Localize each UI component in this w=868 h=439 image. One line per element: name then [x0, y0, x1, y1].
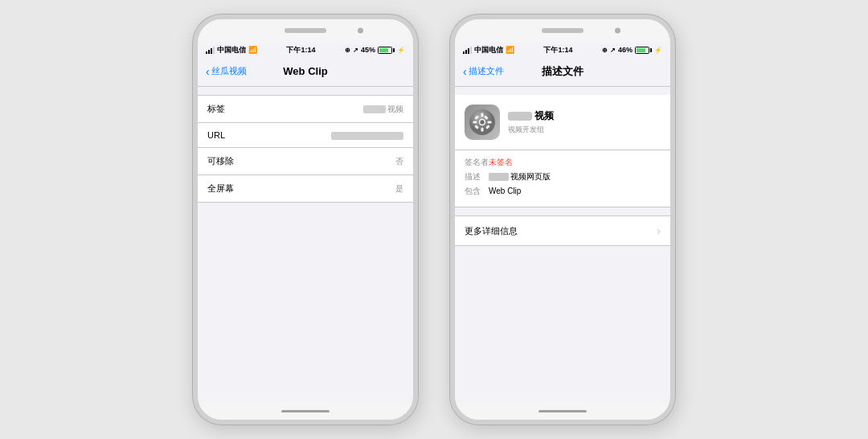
s1	[463, 51, 465, 54]
location-icon-2: ↗	[610, 47, 616, 54]
battery-tip-2	[650, 48, 652, 52]
back-button-1[interactable]: ‹ 丝瓜视频	[206, 65, 254, 77]
label-tag: 标签	[207, 103, 225, 115]
phone-1: 中国电信 📶 下午1:14 ⊕ ↗ 45% ⚡ ‹ 丝瓜视	[193, 14, 418, 425]
value-removable: 否	[395, 156, 403, 167]
more-info-label: 更多详细信息	[465, 225, 518, 237]
phone-2: 中国电信 📶 下午1:14 ⊕ ↗ 46% ⚡ ‹ 描述文	[450, 14, 675, 425]
status-bar-1: 中国电信 📶 下午1:14 ⊕ ↗ 45% ⚡	[198, 42, 413, 58]
time-1: 下午1:14	[286, 45, 315, 55]
label-fullscreen: 全屏幕	[207, 183, 234, 195]
svg-rect-3	[481, 127, 483, 131]
speaker-2	[542, 28, 583, 33]
lightning-1: ⚡	[397, 47, 405, 54]
nav-title-1: Web Clip	[254, 65, 357, 77]
value-fullscreen: 是	[395, 183, 403, 195]
detail-signer: 签名者 未签名	[465, 157, 661, 168]
settings-section-1: 标签 视频 URL 可移除 否 全屏幕 是	[198, 95, 413, 203]
speaker-1	[285, 28, 326, 33]
home-bar-1	[281, 410, 330, 412]
label-removable: 可移除	[207, 155, 234, 167]
status-bar-2: 中国电信 📶 下午1:14 ⊕ ↗ 46% ⚡	[455, 42, 670, 58]
status-left-1: 中国电信 📶	[206, 45, 257, 55]
back-chevron-2: ‹	[463, 66, 467, 77]
battery-2	[635, 47, 652, 54]
back-chevron-1: ‹	[206, 66, 210, 77]
profile-header: 视频 视频开发组	[455, 95, 670, 150]
more-info-row[interactable]: 更多详细信息 ›	[455, 215, 670, 246]
label-url: URL	[207, 130, 225, 140]
status-right-2: ⊕ ↗ 46% ⚡	[602, 46, 662, 54]
phone-top-2	[455, 19, 670, 42]
battery-1	[378, 47, 395, 54]
svg-rect-4	[473, 121, 477, 123]
blurred-tag	[363, 105, 386, 113]
signal-bar-2	[208, 50, 210, 54]
battery-fill-1	[379, 48, 388, 52]
blurred-url	[331, 132, 403, 140]
battery-percent-1: 45%	[361, 46, 375, 54]
profile-info: 视频 视频开发组	[508, 109, 661, 135]
time-2: 下午1:14	[543, 45, 572, 55]
profile-details: 签名者 未签名 描述 视频网页版 包含 Web Clip	[455, 150, 670, 207]
carrier-2: 中国电信	[474, 45, 503, 55]
back-label-1: 丝瓜视频	[211, 65, 247, 77]
signal-bar-4	[213, 47, 215, 54]
wifi-icon-1: 📶	[248, 46, 257, 54]
label-signer: 签名者	[465, 157, 489, 168]
wifi-icon-2: 📶	[506, 46, 514, 54]
carrier-1: 中国电信	[217, 45, 246, 55]
home-bar-2	[538, 410, 587, 412]
content-1: 标签 视频 URL 可移除 否 全屏幕 是	[198, 87, 413, 402]
value-signer: 未签名	[489, 157, 513, 168]
battery-tip-1	[393, 48, 395, 52]
battery-fill-2	[637, 48, 645, 52]
detail-desc: 描述 视频网页版	[465, 171, 661, 183]
chevron-right-icon: ›	[657, 224, 661, 237]
signal-bar-3	[211, 48, 212, 54]
lock-icon-1: ⊕	[345, 47, 350, 54]
gear-svg-icon	[469, 109, 495, 135]
row-label-1: 标签 视频	[198, 95, 413, 123]
phone-top-1	[198, 19, 413, 42]
location-icon-1: ↗	[353, 47, 358, 54]
back-button-2[interactable]: ‹ 描述文件	[463, 65, 511, 77]
row-fullscreen: 全屏幕 是	[198, 175, 413, 203]
nav-bar-1: ‹ 丝瓜视频 Web Clip	[198, 58, 413, 87]
screen-1: 中国电信 📶 下午1:14 ⊕ ↗ 45% ⚡ ‹ 丝瓜视	[198, 42, 413, 402]
value-tag: 视频	[363, 104, 403, 115]
home-indicator-1	[198, 402, 413, 420]
label-desc: 描述	[465, 171, 489, 183]
battery-body-1	[378, 47, 392, 54]
front-camera-2	[615, 28, 620, 34]
lightning-2: ⚡	[654, 47, 662, 54]
s3	[468, 48, 469, 54]
detail-contains: 包含 Web Clip	[465, 186, 661, 197]
profile-icon	[465, 105, 500, 140]
battery-body-2	[635, 47, 649, 54]
home-indicator-2	[455, 402, 670, 420]
signal-bar-1	[206, 51, 207, 54]
signal-bars-1	[206, 47, 215, 54]
s4	[470, 47, 472, 54]
status-right-1: ⊕ ↗ 45% ⚡	[345, 46, 405, 54]
nav-title-2: 描述文件	[511, 64, 614, 79]
row-url: URL	[198, 123, 413, 148]
svg-rect-5	[487, 121, 491, 123]
battery-percent-2: 46%	[618, 46, 633, 54]
content-2: 视频 视频开发组 签名者 未签名 描述 视频网页版 包含	[455, 87, 670, 402]
s2	[465, 50, 467, 54]
svg-point-10	[480, 120, 484, 124]
signal-bars-2	[463, 47, 472, 54]
name-blurred	[508, 112, 532, 121]
desc-blurred	[489, 173, 509, 181]
row-removable: 可移除 否	[198, 148, 413, 175]
name-suffix: 视频	[534, 109, 554, 123]
svg-rect-2	[481, 113, 483, 117]
profile-sub: 视频开发组	[508, 125, 661, 135]
screen-2: 中国电信 📶 下午1:14 ⊕ ↗ 46% ⚡ ‹ 描述文	[455, 42, 670, 402]
value-url	[331, 130, 403, 139]
profile-name: 视频	[508, 109, 661, 123]
back-label-2: 描述文件	[469, 65, 504, 77]
nav-bar-2: ‹ 描述文件 描述文件	[455, 58, 670, 87]
